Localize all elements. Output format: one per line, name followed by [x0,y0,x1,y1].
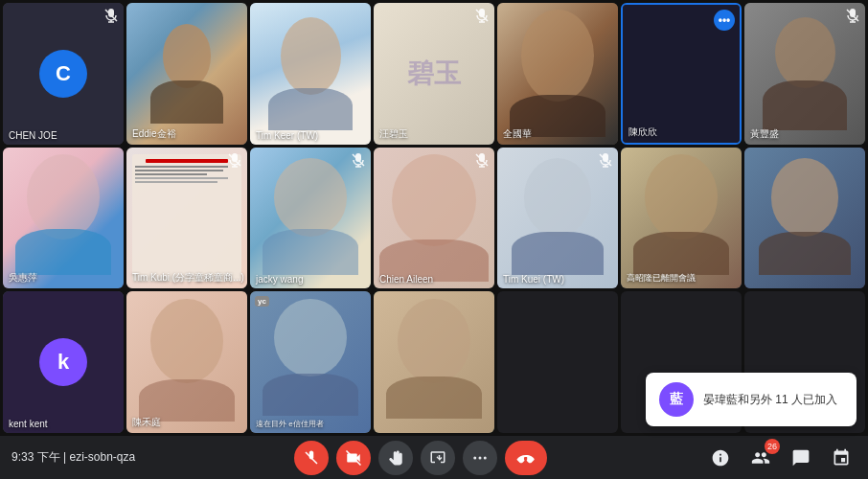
biyuan-text: 碧玉 [407,56,461,92]
video-grid: C CHEN JOE Eddie金裕 Tim Keer (TW) 碧玉 汪碧玉 … [0,0,868,436]
participant-name-7: 黃豐盛 [750,127,779,141]
participant-tile-3[interactable]: Tim Keer (TW) [250,3,371,145]
meeting-time: 9:33 下午 [11,450,60,464]
mute-indicator-11 [474,152,490,168]
participant-name-11: Chien Aileen [379,274,433,285]
participant-name-17: 遠在目外 e信佳用者 [256,419,324,429]
participant-name-2: Eddie金裕 [132,127,176,141]
participant-tile-1[interactable]: C CHEN JOE [3,3,124,145]
svg-point-32 [483,456,486,459]
participant-tile-13[interactable]: 高昭隆已離開會議 [621,148,742,289]
avatar-chen-joe: C [39,50,87,98]
svg-point-31 [478,456,481,459]
participant-tile-14[interactable] [744,148,865,289]
people-badge: 26 [765,439,780,454]
participant-tile-2[interactable]: Eddie金裕 [126,3,247,145]
info-button[interactable] [705,443,736,473]
participant-tile-12[interactable]: Tim Kuei (TW) [497,148,618,289]
toolbar: 9:33 下午 | ezi-sobn-qza [0,436,868,479]
mute-indicator-4 [474,8,490,23]
svg-point-30 [473,456,476,459]
yc-badge: yc [255,296,269,307]
participant-tile-4[interactable]: 碧玉 汪碧玉 [374,3,494,145]
toolbar-controls [135,441,705,475]
mute-indicator-9 [227,152,242,168]
participant-tile-7[interactable]: 黃豐盛 [744,3,865,145]
participant-name-15: kent kent [9,419,48,429]
mic-button[interactable] [294,441,329,475]
participant-tile-9[interactable]: Tim Kubi (分字童稀童商...) [126,148,247,289]
activities-button[interactable] [826,443,857,473]
toast-message: 晏瑋藍和另外 11 人已加入 [703,392,837,408]
raise-hand-button[interactable] [378,441,413,475]
participant-tile-15[interactable]: k kent kent [3,291,124,433]
toast-avatar: 藍 [659,382,694,417]
toolbar-time-info: 9:33 下午 | ezi-sobn-qza [11,449,135,466]
participant-name-12: Tim Kuei (TW) [503,274,564,285]
mute-indicator-1 [103,8,119,23]
people-button-wrap: 26 [745,443,776,473]
participant-tile-10[interactable]: jacky wang [250,148,371,289]
more-options-toolbar-button[interactable] [463,441,497,475]
participant-name-16: 陳禾庭 [132,416,161,429]
participant-name-4: 汪碧玉 [379,127,408,141]
more-options-button[interactable]: ••• [714,10,735,31]
notification-toast: 藍 晏瑋藍和另外 11 人已加入 [646,373,857,426]
chat-button[interactable] [786,443,816,473]
participant-name-1: CHEN JOE [9,130,57,141]
participant-name-5: 全國華 [503,127,532,141]
participant-name-8: 吳惠萍 [9,271,37,285]
mute-indicator-7 [845,8,860,23]
participant-tile-17[interactable]: yc 遠在目外 e信佳用者 [250,291,371,433]
participant-name-9: Tim Kubi (分字童稀童商...) [132,271,244,285]
participant-name-6: 陳欣欣 [628,125,657,139]
participant-tile-8[interactable]: 吳惠萍 [3,148,124,289]
participant-tile-18[interactable] [374,291,494,433]
end-call-button[interactable] [505,441,547,475]
participant-tile-6[interactable]: ••• 陳欣欣 [621,3,742,145]
present-button[interactable] [421,441,455,475]
participant-tile-19 [497,291,618,433]
participant-tile-16[interactable]: 陳禾庭 [126,291,247,433]
camera-button[interactable] [336,441,371,475]
mute-indicator-12 [598,152,613,168]
participant-name-3: Tim Keer (TW) [256,130,318,141]
participant-tile-11[interactable]: Chien Aileen [374,148,494,289]
participant-tile-5[interactable]: 全國華 [497,3,618,145]
meeting-code: ezi-sobn-qza [70,450,136,464]
participant-name-13: 高昭隆已離開會議 [627,272,696,285]
participant-name-10: jacky wang [256,274,303,285]
avatar-kent: k [39,338,87,386]
mute-indicator-10 [351,152,366,168]
toolbar-right-controls: 26 [705,443,857,473]
